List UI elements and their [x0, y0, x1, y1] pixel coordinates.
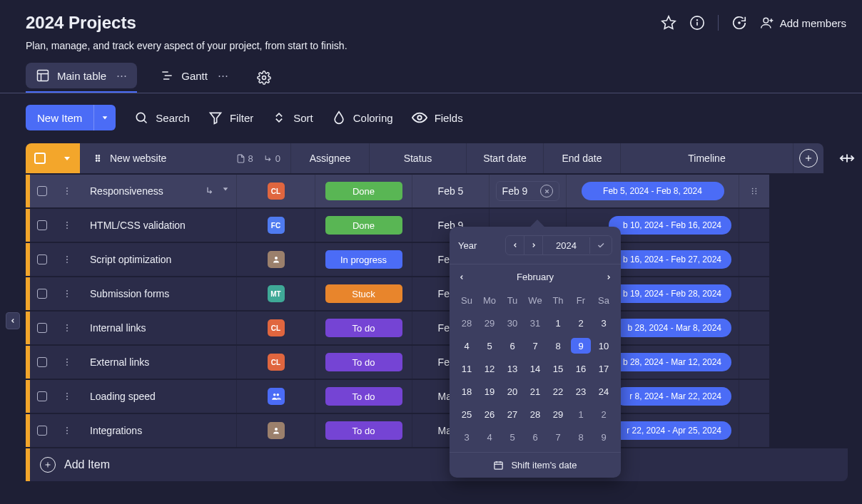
cell-timeline[interactable]: Feb 5, 2024 - Feb 8, 2024 — [567, 175, 739, 207]
year-confirm-button[interactable] — [590, 241, 612, 250]
cell-status[interactable]: Done — [315, 175, 412, 207]
add-members-button[interactable]: Add members — [760, 16, 846, 30]
cell-assignee[interactable]: FC — [237, 209, 315, 242]
cell-name[interactable]: HTML/CSS validation — [80, 209, 237, 242]
calendar-day[interactable]: 14 — [525, 361, 545, 376]
row-drag-end[interactable] — [739, 209, 769, 242]
row-checkbox[interactable] — [30, 414, 54, 447]
filter-button[interactable]: Filter — [208, 110, 253, 125]
column-timeline[interactable]: Timeline — [621, 143, 793, 173]
calendar-day[interactable]: 26 — [480, 406, 500, 422]
cell-status[interactable]: To do — [315, 346, 412, 379]
cell-assignee[interactable] — [237, 414, 315, 447]
calendar-day[interactable]: 15 — [548, 361, 568, 376]
cell-name[interactable]: Integrations — [80, 414, 237, 447]
cell-end-date[interactable]: Feb 9 — [490, 175, 567, 207]
calendar-day[interactable]: 16 — [571, 361, 591, 376]
calendar-day[interactable]: 20 — [502, 384, 522, 399]
row-drag-handle[interactable] — [54, 175, 80, 207]
calendar-day[interactable]: 12 — [480, 361, 500, 376]
year-prev-button[interactable] — [506, 236, 524, 254]
calendar-day[interactable]: 9 — [571, 338, 591, 354]
row-drag-handle[interactable] — [54, 209, 80, 242]
sidebar-collapse-toggle[interactable] — [6, 312, 20, 329]
new-item-caret-icon[interactable] — [93, 105, 116, 130]
calendar-day[interactable]: 7 — [548, 429, 568, 445]
row-checkbox[interactable] — [30, 243, 54, 276]
cell-assignee[interactable]: CL — [237, 346, 315, 379]
cell-name[interactable]: Submission forms — [80, 277, 237, 310]
row-checkbox[interactable] — [30, 277, 54, 310]
column-name[interactable]: New website 8 0 — [80, 143, 291, 173]
row-drag-handle[interactable] — [54, 380, 80, 413]
calendar-day[interactable]: 28 — [457, 315, 477, 331]
view-settings-icon[interactable] — [251, 65, 277, 91]
calendar-day[interactable]: 25 — [457, 406, 477, 422]
cell-start-date[interactable]: Feb 5 — [412, 175, 490, 207]
cell-status[interactable]: Done — [315, 209, 412, 242]
calendar-day[interactable]: 9 — [594, 429, 614, 445]
calendar-day[interactable]: 1 — [571, 406, 591, 422]
row-actions-icon[interactable] — [205, 185, 229, 197]
cell-name[interactable]: Internal links — [80, 312, 237, 344]
calendar-day[interactable]: 29 — [480, 315, 500, 331]
calendar-day[interactable]: 2 — [571, 315, 591, 331]
group-collapse-toggle[interactable] — [54, 143, 80, 173]
row-drag-end[interactable] — [739, 414, 769, 447]
column-assignee[interactable]: Assignee — [291, 143, 370, 173]
calendar-day[interactable]: 10 — [594, 338, 614, 354]
clear-date-icon[interactable] — [540, 185, 553, 197]
add-column-button[interactable] — [793, 143, 823, 173]
tab-gantt-more-icon[interactable]: ⋯ — [218, 69, 228, 82]
row-drag-end[interactable] — [739, 312, 769, 344]
tab-gantt[interactable]: Gantt ⋯ — [150, 63, 238, 88]
cell-name[interactable]: External links — [80, 346, 237, 379]
row-drag-end[interactable] — [739, 243, 769, 276]
calendar-day[interactable]: 30 — [502, 315, 522, 331]
tab-main-table[interactable]: Main table ⋯ — [26, 63, 137, 88]
row-drag-handle[interactable] — [54, 346, 80, 379]
search-button[interactable]: Search — [134, 110, 190, 125]
fields-button[interactable]: Fields — [412, 110, 463, 125]
calendar-day[interactable]: 3 — [594, 315, 614, 331]
calendar-day[interactable]: 13 — [502, 361, 522, 376]
row-drag-end[interactable] — [739, 346, 769, 379]
calendar-day[interactable]: 5 — [502, 429, 522, 445]
automation-icon[interactable] — [731, 15, 747, 31]
cell-status[interactable]: To do — [315, 414, 412, 447]
calendar-day[interactable]: 8 — [548, 338, 568, 354]
row-drag-end[interactable] — [739, 380, 769, 413]
calendar-day[interactable]: 31 — [525, 315, 545, 331]
row-checkbox[interactable] — [30, 346, 54, 379]
calendar-day[interactable]: 22 — [548, 384, 568, 399]
info-icon[interactable] — [689, 15, 705, 31]
add-item-row[interactable]: Add Item — [26, 448, 848, 481]
cell-name[interactable]: Script optimization — [80, 243, 237, 276]
cell-assignee[interactable]: CL — [237, 175, 315, 207]
row-drag-end[interactable] — [739, 175, 769, 207]
calendar-day[interactable]: 28 — [525, 406, 545, 422]
row-drag-handle[interactable] — [54, 312, 80, 344]
year-value[interactable]: 2024 — [543, 237, 590, 254]
calendar-day[interactable]: 3 — [457, 429, 477, 445]
cell-status[interactable]: To do — [315, 312, 412, 344]
calendar-day[interactable]: 4 — [457, 338, 477, 354]
cell-status[interactable]: To do — [315, 380, 412, 413]
calendar-day[interactable]: 24 — [594, 384, 614, 399]
calendar-day[interactable]: 6 — [525, 429, 545, 445]
row-drag-handle[interactable] — [54, 243, 80, 276]
cell-assignee[interactable]: CL — [237, 312, 315, 344]
calendar-day[interactable]: 7 — [525, 338, 545, 354]
column-start-date[interactable]: Start date — [467, 143, 544, 173]
cell-name[interactable]: Responsiveness — [80, 175, 237, 207]
row-drag-handle[interactable] — [54, 414, 80, 447]
calendar-day[interactable]: 1 — [548, 315, 568, 331]
calendar-day[interactable]: 2 — [594, 406, 614, 422]
group-select-all[interactable] — [26, 143, 54, 173]
calendar-day[interactable]: 8 — [571, 429, 591, 445]
calendar-day[interactable]: 27 — [502, 406, 522, 422]
calendar-day[interactable]: 5 — [480, 338, 500, 354]
calendar-day[interactable]: 23 — [571, 384, 591, 399]
calendar-day[interactable]: 17 — [594, 361, 614, 376]
month-next-button[interactable] — [605, 274, 612, 281]
